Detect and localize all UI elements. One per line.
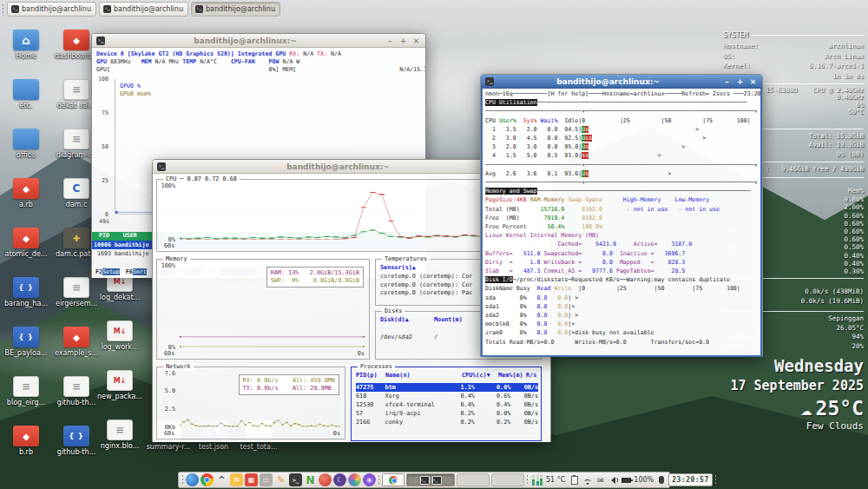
json-icon [63, 426, 89, 446]
text-line: 1 3.5 2.0 0.0 94.5|Us > [485, 125, 758, 134]
window-list-panel: ›_bandithijo@archlinu...›_bandithijo@arc… [0, 0, 280, 18]
desktop-icon-log-work-[interactable]: log_work... [97, 319, 142, 368]
panel-grip[interactable] [714, 474, 717, 486]
text-line: sda 0% 0.0 0.0| > [485, 294, 758, 302]
nmon-titlebar[interactable]: ›_ bandithijo@archlinux:~ – + × [481, 75, 762, 89]
maximize-button[interactable]: + [398, 36, 408, 45]
conky-day: Wednesday [723, 356, 864, 375]
task-button-empty[interactable] [457, 473, 490, 486]
icon-label: b.rb [3, 448, 49, 456]
text-line: ────────────────────────────+───────────… [485, 178, 758, 187]
doc-icon [107, 420, 133, 440]
maximize-button[interactable]: + [735, 77, 745, 86]
nmon-window[interactable]: ›_ bandithijo@archlinux:~ – + × nmon─16q… [480, 74, 763, 357]
process-row[interactable]: 12530xfce4-terminal0.4%0.4%0B/s [356, 400, 538, 409]
torrent-app-icon[interactable]: ◉ [363, 473, 376, 486]
network-panel: Network 7.65.0 2.50Kb RX: 0.0b/s All: 45… [156, 367, 345, 439]
desktop-icon-blog-eirg-[interactable]: blog_eirg... [3, 374, 49, 424]
desktop-icon-nginx-blo-[interactable]: nginx.blo... [97, 418, 142, 467]
clipboard-icon[interactable] [569, 474, 580, 486]
window-title: bandithijo@archlinux:~ [108, 36, 382, 45]
battery-icon[interactable] [621, 474, 632, 486]
media-app-icon[interactable] [319, 473, 332, 486]
close-button[interactable]: × [748, 77, 758, 86]
text-line: Total (MB) 15716.9 8192.0 - not in use -… [485, 205, 758, 214]
process-row[interactable]: 618Xorg0.4%0.6%0B/s [356, 392, 538, 400]
cpu-frequency-bars[interactable] [532, 474, 542, 486]
desktop-icon-etc-[interactable]: etc. [3, 77, 49, 127]
nvtop-titlebar[interactable]: ›_ bandithijo@archlinux:~ – + × [92, 34, 425, 48]
desktop-icon-barang-ha-[interactable]: barang_ha... [3, 275, 49, 325]
window-list-button[interactable]: ›_bandithijo@archlinu... [99, 2, 188, 17]
desktop-icon-github-th-[interactable]: github-th... [54, 424, 99, 473]
window-list-button[interactable]: ›_bandithijo@archlinu... [7, 2, 96, 17]
chrome-icon[interactable] [201, 473, 214, 486]
text-line: sda1 0% 0.0 0.0|> [485, 302, 758, 311]
conky-row: Hostname:archlinux [723, 41, 864, 51]
minimize-button[interactable]: – [722, 77, 732, 86]
doc-icon [63, 277, 89, 298]
terminal-icon: ›_ [157, 162, 166, 171]
text-line: GPU[ 0%] MEM[ N/A/15.349Gi] [96, 66, 421, 74]
icon-label: test_tota... [236, 443, 281, 451]
close-button[interactable]: × [411, 36, 421, 45]
ruby-icon [13, 178, 39, 199]
panel-grip[interactable] [181, 474, 184, 486]
desktop-icon-github-th-[interactable]: github-th... [54, 374, 99, 424]
desktop-icon-atomic-de-[interactable]: atomic_de... [3, 226, 49, 275]
ruby-icon [63, 327, 89, 347]
calculator-icon[interactable]: ▦ [245, 473, 258, 486]
conky-date: 17 September 2025 [723, 378, 864, 393]
mail-icon[interactable]: ✉ [230, 473, 243, 486]
terminal-icon[interactable]: >_ [289, 473, 302, 486]
panel-grip[interactable] [2, 3, 4, 16]
text-line: zram0 0% 0.0 0.0|>disk busy not availabl… [485, 328, 758, 337]
photos-app-icon[interactable] [348, 473, 361, 486]
process-row[interactable]: 47275btm1.1%0.0%0B/s [356, 383, 538, 392]
desktop-icon-example-s-[interactable]: example_s... [54, 325, 99, 374]
process-row[interactable]: 2166conky0.2%0.2%0B/s [356, 418, 538, 426]
desktop-icon-eirgersem-[interactable]: eirgersem... [54, 275, 99, 325]
cloud-icon: ☁ [800, 398, 812, 420]
desktop-icon-home[interactable]: Home [3, 28, 49, 77]
lcd-clock[interactable]: 23:20:57 [668, 473, 713, 486]
launcher-area: ^✉▦▭✎>_N☾◉ [186, 473, 376, 486]
firefox-icon[interactable] [186, 473, 199, 486]
battery-percent: 100% [634, 476, 654, 484]
process-table-header[interactable]: PID(p)Name(n) CPU%(c)▼Mem%(m) R/s [356, 371, 538, 380]
nmon-content: nmon─16q──────────[H for help]────Hostna… [481, 89, 762, 357]
task-button-empty[interactable] [491, 473, 524, 486]
archive-manager-icon[interactable]: ▭ [260, 473, 273, 486]
ruby-icon [63, 30, 89, 50]
conky-row: OS:Arch Linux [723, 51, 864, 62]
task-button-chrome[interactable] [382, 473, 404, 486]
neovim-icon[interactable]: N [304, 473, 317, 486]
icon-label: log_work... [97, 343, 142, 351]
desktop-icon-be-payloa-[interactable]: BE_payloa... [3, 325, 49, 374]
panel-grip[interactable] [378, 474, 380, 486]
mouse-icon[interactable] [655, 474, 667, 486]
desktop-icon-a-rb[interactable]: a.rb [3, 176, 49, 226]
doc-icon [13, 376, 39, 397]
text-line: Memory and Swap─────────────────────────… [485, 187, 758, 195]
desktop-icon-office[interactable]: office [3, 127, 49, 176]
terminal-icon: ›_ [103, 5, 111, 13]
desktop-icon-new-packa-[interactable]: new_packa... [97, 368, 142, 418]
moon-app-icon[interactable]: ☾ [333, 473, 346, 486]
window-list-button[interactable]: ›_bandithijo@archlinu... [191, 2, 280, 17]
minimize-button[interactable]: – [385, 36, 395, 45]
volume-icon[interactable] [608, 474, 619, 486]
process-row[interactable]: 57irq/9-acpi0.2%0.0%0B/s [356, 409, 538, 418]
software-update-icon[interactable]: ^ [215, 473, 228, 486]
desktop-icon-b-rb[interactable]: b.rb [3, 424, 49, 473]
process-rows[interactable]: 47275btm1.1%0.0%0B/s618Xorg0.4%0.6%0B/s1… [356, 383, 538, 426]
ruby-icon [13, 228, 39, 248]
wifi-icon[interactable] [582, 474, 593, 486]
desktop-icon-column-3: log_dekat...log_work...new_packa...nginx… [97, 269, 142, 467]
mail-notify-icon[interactable]: ✉ [595, 474, 606, 486]
text-editor-icon[interactable]: ✎ [274, 473, 287, 486]
task-button-terminals[interactable]: ›_ ›_ [406, 473, 455, 486]
conky-weather-desc: Few Clouds [723, 420, 864, 432]
panel-grip[interactable] [526, 474, 529, 486]
desktop-icon-column-1: Homeetc.officea.rbatomic_de...barang_ha.… [3, 28, 49, 473]
